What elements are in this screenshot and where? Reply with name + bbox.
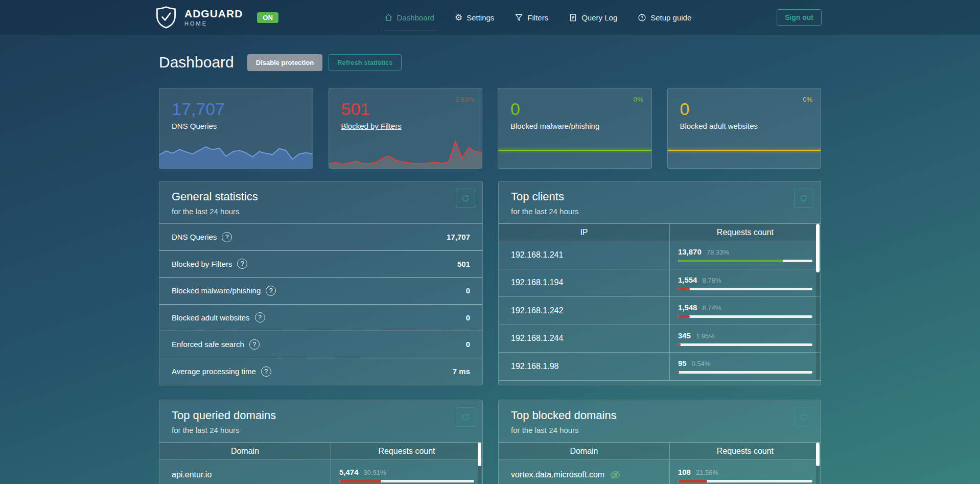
adguard-brand[interactable]: ADGUARD HOME ON	[155, 6, 278, 29]
document-icon	[569, 13, 577, 22]
table-scrollbar[interactable]	[816, 443, 820, 484]
flat-sparkline	[498, 150, 651, 151]
card-value: 0	[680, 100, 821, 119]
sign-out-button[interactable]: Sign out	[777, 9, 822, 26]
requests-count: 345	[678, 331, 691, 340]
help-icon[interactable]: ?	[261, 366, 271, 377]
help-icon[interactable]: ?	[237, 259, 247, 269]
requests-percent: 8.78%	[702, 276, 721, 284]
requests-percent: 8.74%	[702, 304, 721, 312]
table-row: 192.168.1.2443451.95%	[499, 325, 821, 353]
requests-count: 108	[678, 468, 691, 476]
nav-item-label: Dashboard	[397, 13, 434, 22]
disable-protection-button[interactable]: Disable protection	[247, 54, 322, 71]
table-row: vortex.data.microsoft.com10821.56%	[499, 460, 821, 484]
panel-header: Top blocked domains for the last 24 hour…	[499, 400, 821, 442]
panel-title: Top clients	[511, 190, 808, 203]
row-name[interactable]: 192.168.1.241	[511, 250, 563, 260]
requests-percent: 78.33%	[707, 248, 729, 256]
nav-item-setup-guide[interactable]: Setup guide	[638, 0, 691, 35]
home-icon	[384, 13, 393, 22]
nav-item-label: Settings	[466, 13, 494, 22]
requests-percent: 30.91%	[364, 469, 386, 476]
card-label: Blocked adult websites	[680, 122, 821, 130]
card-label: DNS Queries	[172, 122, 313, 130]
refresh-panel-button[interactable]	[794, 189, 813, 208]
stat-card-blocked-adult-websites: 0%0Blocked adult websites	[667, 88, 822, 169]
card-value: 0	[510, 100, 651, 119]
nav-item-settings[interactable]: ⚙Settings	[455, 0, 494, 35]
nav-item-label: Query Log	[581, 13, 617, 22]
stat-row-value: 0	[466, 286, 470, 295]
requests-percent: 1.95%	[696, 332, 715, 340]
refresh-statistics-button[interactable]: Refresh statistics	[329, 54, 401, 71]
top-blocked-domains-panel: Top blocked domains for the last 24 hour…	[498, 400, 821, 484]
top-clients-table: IPRequests count192.168.1.24113,87078.33…	[499, 223, 821, 381]
panel-title: Top queried domains	[172, 409, 470, 422]
table-header-row: IPRequests count	[499, 224, 821, 241]
row-name[interactable]: 192.168.1.244	[511, 334, 563, 343]
refresh-icon	[461, 413, 470, 421]
eye-off-icon[interactable]	[610, 469, 621, 480]
requests-percent: 21.56%	[696, 469, 718, 476]
row-name[interactable]: 192.168.1.98	[511, 362, 558, 371]
stat-row-label: Blocked by Filters	[172, 260, 232, 268]
stat-card-blocked-by-filters: 2.83%501Blocked by Filters	[329, 88, 483, 169]
card-percent: 0%	[634, 96, 643, 103]
funnel-icon	[515, 13, 523, 22]
requests-percent: 0.54%	[692, 360, 711, 367]
panel-subtitle: for the last 24 hours	[511, 426, 808, 434]
table-row: 192.168.1.1941,5548.78%	[499, 269, 821, 297]
stat-card-blocked-malware-phishing: 0%0Blocked malware/phishing	[498, 88, 652, 169]
brand-text: ADGUARD HOME	[184, 8, 243, 27]
brand-name: ADGUARD	[184, 8, 243, 19]
column-header: Domain	[159, 443, 331, 459]
help-icon	[638, 13, 646, 22]
card-label[interactable]: Blocked by Filters	[341, 122, 482, 130]
general-statistics-panel: General statistics for the last 24 hours…	[159, 181, 483, 385]
panel-header: General statistics for the last 24 hours	[159, 181, 482, 223]
panel-subtitle: for the last 24 hours	[172, 207, 470, 216]
card-value: 17,707	[172, 100, 313, 119]
panel-title: Top blocked domains	[511, 409, 808, 422]
refresh-panel-button[interactable]	[456, 407, 475, 427]
refresh-panel-button[interactable]	[794, 407, 813, 427]
panel-subtitle: for the last 24 hours	[511, 207, 808, 216]
panel-header: Top queried domains for the last 24 hour…	[159, 400, 482, 442]
requests-count: 1,554	[678, 275, 697, 284]
nav-item-query-log[interactable]: Query Log	[569, 0, 617, 35]
nav-item-dashboard[interactable]: Dashboard	[384, 0, 434, 35]
top-queried-domains-panel: Top queried domains for the last 24 hour…	[159, 400, 483, 484]
row-name[interactable]: 192.168.1.242	[511, 306, 563, 315]
table-scrollbar[interactable]	[816, 224, 820, 380]
row-name[interactable]: vortex.data.microsoft.com	[511, 470, 604, 479]
row-name[interactable]: 192.168.1.194	[511, 278, 563, 287]
card-label-link[interactable]: Blocked by Filters	[341, 122, 402, 130]
requests-bar	[678, 480, 812, 482]
page-title: Dashboard	[159, 54, 234, 71]
help-icon[interactable]: ?	[266, 286, 276, 296]
app-header: ADGUARD HOME ON Dashboard⚙SettingsFilter…	[0, 0, 980, 35]
panel-header: Top clients for the last 24 hours	[499, 181, 821, 223]
stat-row-value: 7 ms	[453, 367, 470, 376]
nav-item-filters[interactable]: Filters	[515, 0, 548, 35]
help-icon[interactable]: ?	[249, 339, 260, 350]
requests-bar	[678, 371, 812, 374]
requests-count: 5,474	[339, 468, 359, 476]
requests-bar	[678, 288, 812, 290]
stat-row-label: DNS Queries	[172, 233, 217, 241]
row-name[interactable]: api.entur.io	[172, 470, 212, 479]
stat-row-label: Blocked malware/phishing	[172, 286, 261, 295]
column-header: Requests count	[669, 224, 821, 241]
help-icon[interactable]: ?	[255, 312, 265, 322]
requests-bar	[339, 480, 474, 482]
stat-row-value: 0	[466, 340, 470, 349]
help-icon[interactable]: ?	[222, 232, 232, 242]
refresh-panel-button[interactable]	[456, 189, 475, 208]
table-scrollbar[interactable]	[478, 443, 481, 484]
stat-row-enforced-safe-search: Enforced safe search?0	[159, 331, 482, 358]
dashboard-page: Dashboard Disable protection Refresh sta…	[159, 35, 821, 484]
stat-row-label: Enforced safe search	[172, 340, 244, 349]
stat-row-label: Blocked adult websites	[172, 313, 250, 322]
stat-row-blocked-adult-websites: Blocked adult websites?0	[159, 305, 482, 332]
